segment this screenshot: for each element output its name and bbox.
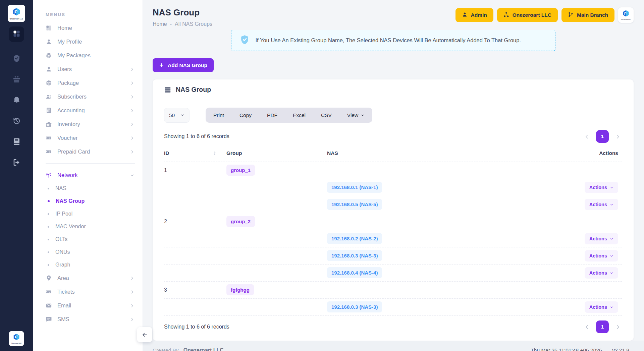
footer-timestamp: Thu Mar 26 11:01:48 +06 2026 ,: [531, 347, 605, 351]
caret-down-icon: [610, 186, 613, 189]
breadcrumb-home[interactable]: Home: [153, 21, 167, 27]
sidebar-item-network[interactable]: Network: [33, 168, 143, 182]
sidebar-item-nas-group[interactable]: NAS Group: [33, 195, 143, 208]
footer: Created By Onezeroart LLC Thu Mar 26 11:…: [143, 341, 644, 351]
table-row-group: 3fgfghgg: [164, 282, 622, 299]
sidebar-item-my-profile[interactable]: My Profile: [33, 35, 143, 49]
brand-logo: Onezeroart LLC: [8, 5, 25, 22]
sidebar-item-sms[interactable]: SMS: [33, 312, 143, 326]
sort-icon[interactable]: [212, 151, 217, 156]
add-nas-group-button[interactable]: Add NAS Group: [153, 58, 214, 72]
bell-icon[interactable]: [12, 96, 21, 104]
brand-name-mini: Onezeroart LLC: [621, 19, 631, 20]
sidebar-item-mac-vendor[interactable]: MAC Vendor: [33, 220, 143, 233]
nas-badge[interactable]: 192.168.0.2 (NAS-2): [327, 233, 382, 244]
group-badge: group_1: [226, 165, 255, 176]
sidebar-item-olts[interactable]: OLTs: [33, 233, 143, 246]
actions-button[interactable]: Actions: [585, 301, 618, 313]
pagination-top: 1: [584, 130, 622, 143]
nas-badge[interactable]: 192.168.0.3 (NAS-3): [327, 301, 382, 312]
actions-button[interactable]: Actions: [585, 267, 618, 279]
footer-company: Onezeroart LLC: [183, 347, 224, 351]
nas-badge[interactable]: 192.168.0.5 (NAS-5): [327, 199, 382, 210]
nas-group-table: ID Group NAS Actions 1group_1192.168.0.1…: [164, 150, 622, 316]
sidebar-item-graph[interactable]: Graph: [33, 258, 143, 271]
shield-check-icon[interactable]: [12, 54, 21, 63]
pagination-prev-icon[interactable]: [584, 134, 590, 139]
pdf-button[interactable]: PDF: [259, 108, 285, 123]
nas-badge[interactable]: 192.168.0.1 (NAS-1): [327, 182, 382, 193]
showing-records-text: Showing 1 to 6 of 6 records: [164, 133, 229, 139]
sidebar-divider: [46, 331, 135, 331]
sidebar-item-email[interactable]: Email: [33, 299, 143, 312]
sidebar-item-inventory[interactable]: Inventory: [33, 117, 143, 131]
actions-button[interactable]: Actions: [585, 182, 618, 193]
pagination-page-1[interactable]: 1: [596, 130, 609, 143]
sidebar-item-subscribers[interactable]: Subscribers: [33, 90, 143, 104]
admin-button[interactable]: Admin: [455, 8, 493, 22]
sidebar-item-area[interactable]: Area: [33, 271, 143, 285]
logout-icon[interactable]: [12, 158, 21, 167]
table-row-nas: 192.168.0.3 (NAS-3)Actions: [164, 299, 622, 316]
rail-item-dashboard[interactable]: [9, 26, 24, 42]
sidebar-collapse-button[interactable]: [137, 327, 152, 342]
sidebar-item-onus[interactable]: ONUs: [33, 246, 143, 258]
excel-button[interactable]: Excel: [285, 108, 313, 123]
antenna-icon: [46, 172, 52, 178]
actions-button[interactable]: Actions: [585, 233, 618, 244]
user-icon: [462, 12, 468, 19]
page-size-select[interactable]: 50: [164, 108, 190, 123]
sidebar-item-home[interactable]: Home: [33, 21, 143, 35]
bullet-dot-icon: [48, 213, 49, 215]
pagination-next-icon[interactable]: [615, 134, 621, 139]
gift-icon[interactable]: [12, 75, 21, 83]
sidebar-item-label: My Packages: [57, 52, 135, 59]
group-id: 1: [164, 167, 226, 173]
grid-icon: [46, 25, 52, 31]
table-row-nas: 192.168.0.4 (NAS-4)Actions: [164, 265, 622, 282]
chevron-right-icon: [130, 108, 135, 113]
sidebar-item-package[interactable]: Package: [33, 76, 143, 90]
sidebar-item-ip-pool[interactable]: IP Pool: [33, 208, 143, 220]
sidebar-item-label: Accounting: [57, 107, 130, 114]
plus-icon: [159, 63, 164, 68]
breadcrumb-separator: -: [170, 21, 172, 27]
main-area: NAS Group Home - All NAS Groups AdminOne…: [143, 0, 644, 351]
sidebar-item-label: MAC Vendor: [55, 224, 135, 230]
actions-button[interactable]: Actions: [585, 199, 618, 210]
sidebar-item-accounting[interactable]: Accounting: [33, 104, 143, 117]
pagination-prev-icon[interactable]: [584, 324, 590, 330]
sidebar-item-label: IP Pool: [55, 211, 135, 217]
print-button[interactable]: Print: [206, 108, 232, 123]
chevron-right-icon: [130, 81, 135, 85]
column-header-actions: Actions: [572, 150, 622, 156]
sidebar-item-my-packages[interactable]: My Packages: [33, 49, 143, 62]
pagination-page-1[interactable]: 1: [596, 320, 609, 333]
nas-badge[interactable]: 192.168.0.4 (NAS-4): [327, 267, 382, 278]
footer-version: v2.21.8: [612, 347, 629, 351]
user-icon: [46, 66, 52, 72]
brand-hexagon-icon: [13, 333, 20, 342]
sitemap-icon: [503, 12, 509, 19]
breadcrumb-current: All NAS Groups: [175, 21, 212, 27]
brand-hexagon-icon: [622, 10, 630, 18]
main-branch-button[interactable]: Main Branch: [561, 8, 614, 22]
actions-button[interactable]: Actions: [585, 250, 618, 261]
sidebar-item-tickets[interactable]: Tickets: [33, 285, 143, 299]
sidebar-item-voucher[interactable]: Voucher: [33, 131, 143, 145]
pagination-next-icon[interactable]: [615, 324, 621, 330]
bullet-dot-icon: [48, 264, 49, 266]
book-icon[interactable]: [12, 137, 21, 146]
pin-icon: [46, 275, 52, 281]
sidebar-item-nas[interactable]: NAS: [33, 182, 143, 195]
nas-badge[interactable]: 192.168.0.3 (NAS-3): [327, 250, 382, 261]
sidebar-item-prepaid-card[interactable]: Prepaid Card: [33, 145, 143, 159]
sidebar-item-label: Home: [57, 25, 135, 31]
sidebar-item-users[interactable]: Users: [33, 62, 143, 76]
copy-button[interactable]: Copy: [232, 108, 259, 123]
onezeroart-llc-button[interactable]: Onezeroart LLC: [497, 8, 558, 22]
view-dropdown-button[interactable]: View: [339, 108, 372, 123]
sidebar-item-label: My Profile: [57, 39, 135, 45]
csv-button[interactable]: CSV: [313, 108, 339, 123]
history-icon[interactable]: [12, 117, 21, 125]
